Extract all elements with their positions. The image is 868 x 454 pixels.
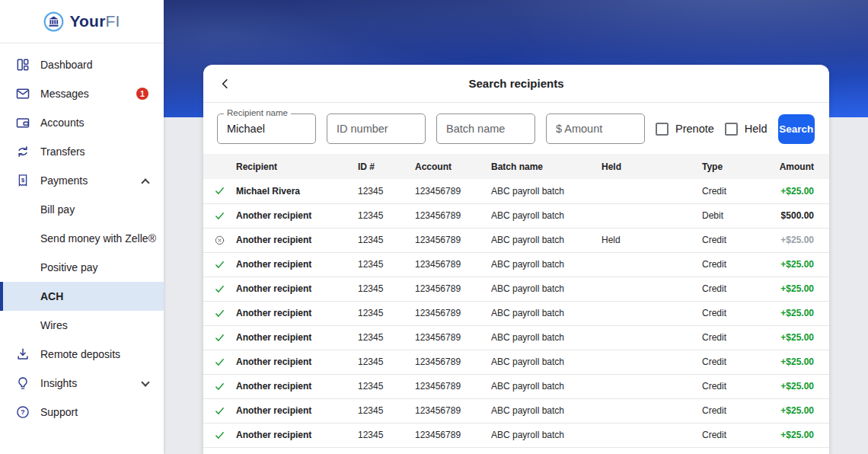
sidebar-item[interactable]: Remote deposits <box>0 340 164 369</box>
brand-name: YourFI <box>69 12 120 30</box>
mail-icon <box>15 86 30 101</box>
held-cell <box>602 423 702 447</box>
svg-text:?: ? <box>21 408 24 416</box>
table-row[interactable]: Another recipient 12345 123456789 ABC pa… <box>203 325 829 350</box>
held-checkbox[interactable] <box>725 123 738 136</box>
x-circle-icon <box>214 234 225 245</box>
table-row[interactable]: Another recipient 12345 123456789 ABC pa… <box>203 374 829 398</box>
table-body: Michael Rivera 12345 123456789 ABC payro… <box>203 179 829 447</box>
check-icon <box>214 380 225 391</box>
type-cell: Credit <box>702 252 748 277</box>
type-cell: Debit <box>702 203 748 228</box>
amount-cell: $500.00 <box>781 210 814 221</box>
sidebar-item[interactable]: Insights <box>0 369 164 398</box>
batch-cell: ABC payroll batch <box>491 325 602 350</box>
sidebar-item[interactable]: Positive pay <box>0 253 164 282</box>
recipient-cell: Another recipient <box>236 277 358 301</box>
amount-cell: +$25.00 <box>780 186 814 197</box>
amount-cell: +$25.00 <box>780 405 814 416</box>
sidebar-item[interactable]: Transfers <box>0 137 164 166</box>
amount-cell: +$25.00 <box>780 356 814 367</box>
id-cell: 12345 <box>358 228 415 252</box>
check-icon <box>214 429 225 440</box>
amount-cell: +$25.00 <box>780 332 814 343</box>
check-icon <box>214 283 225 293</box>
recipient-column-header: Recipient <box>236 154 358 179</box>
id-cell: 12345 <box>358 301 415 325</box>
recipients-table: Recipient ID # Account Batch name Held T… <box>203 154 829 448</box>
sidebar-item[interactable]: Dashboard <box>0 50 164 79</box>
batch-column-header: Batch name <box>491 154 602 179</box>
batch-cell: ABC payroll batch <box>491 179 602 203</box>
wallet-icon <box>15 115 30 130</box>
sidebar: YourFI Dashboard Messages 1 <box>0 0 164 454</box>
amount-column-header: Amount <box>748 154 829 179</box>
held-cell <box>602 350 702 374</box>
batch-cell: ABC payroll batch <box>491 423 602 447</box>
held-cell <box>602 301 702 325</box>
transfer-icon <box>15 144 30 159</box>
id-number-input[interactable] <box>327 114 426 144</box>
held-cell <box>602 374 702 398</box>
table-row[interactable]: Another recipient 12345 123456789 ABC pa… <box>203 252 829 277</box>
sidebar-item[interactable]: Bill pay <box>0 195 164 224</box>
sidebar-nav: Dashboard Messages 1 Accounts <box>0 43 164 427</box>
type-cell: Credit <box>702 277 748 301</box>
sidebar-item[interactable]: Send money with Zelle® <box>0 224 164 253</box>
type-cell: Credit <box>702 179 748 203</box>
held-column-header: Held <box>602 154 702 179</box>
sidebar-item[interactable]: ACH <box>0 282 164 311</box>
recipient-cell: Another recipient <box>236 203 358 228</box>
account-cell: 123456789 <box>415 423 491 447</box>
recipient-name-field-wrap: Recipient name <box>217 114 316 144</box>
recipient-cell: Another recipient <box>236 398 358 423</box>
batch-cell: ABC payroll batch <box>491 203 602 228</box>
sidebar-item[interactable]: ? Support <box>0 398 164 427</box>
batch-cell: ABC payroll batch <box>491 252 602 277</box>
amount-input[interactable] <box>546 114 645 144</box>
account-cell: 123456789 <box>415 179 491 203</box>
search-recipients-panel: Search recipients Recipient name Prenote <box>203 65 829 454</box>
table-header: Recipient ID # Account Batch name Held T… <box>203 154 829 179</box>
account-cell: 123456789 <box>415 301 491 325</box>
table-row[interactable]: Another recipient 12345 123456789 ABC pa… <box>203 301 829 325</box>
table-row[interactable]: Another recipient 12345 123456789 ABC pa… <box>203 423 829 447</box>
account-column-header: Account <box>415 154 491 179</box>
held-cell <box>602 252 702 277</box>
amount-cell: +$25.00 <box>780 430 814 440</box>
batch-cell: ABC payroll batch <box>491 277 602 301</box>
account-cell: 123456789 <box>415 277 491 301</box>
account-cell: 123456789 <box>415 398 491 423</box>
held-cell <box>602 179 702 203</box>
sidebar-item[interactable]: Accounts <box>0 108 164 137</box>
type-cell: Credit <box>702 228 748 252</box>
amount-cell: +$25.00 <box>780 308 814 318</box>
app-window: YourFI Dashboard Messages 1 <box>0 0 868 454</box>
table-row[interactable]: Another recipient 12345 123456789 ABC pa… <box>203 203 829 228</box>
amount-cell: +$25.00 <box>780 381 814 392</box>
id-cell: 12345 <box>358 423 415 447</box>
id-cell: 12345 <box>358 374 415 398</box>
sidebar-item[interactable]: $ Payments <box>0 166 164 195</box>
recipient-name-input[interactable] <box>217 114 316 144</box>
id-cell: 12345 <box>358 203 415 228</box>
recipient-name-label: Recipient name <box>224 108 291 118</box>
chevron-icon <box>141 378 149 386</box>
sidebar-item[interactable]: Wires <box>0 311 164 340</box>
sidebar-item[interactable]: Messages 1 <box>0 79 164 108</box>
type-cell: Credit <box>702 350 748 374</box>
prenote-checkbox[interactable] <box>656 123 669 136</box>
held-cell: Held <box>602 228 702 252</box>
table-row[interactable]: Another recipient 12345 123456789 ABC pa… <box>203 277 829 301</box>
panel-header: Search recipients <box>203 65 829 103</box>
id-cell: 12345 <box>358 252 415 277</box>
search-button[interactable]: Search <box>778 114 815 144</box>
batch-name-input[interactable] <box>436 114 535 144</box>
table-row[interactable]: Another recipient 12345 123456789 ABC pa… <box>203 398 829 423</box>
batch-name-field-wrap <box>436 114 535 144</box>
table-row[interactable]: Michael Rivera 12345 123456789 ABC payro… <box>203 179 829 203</box>
help-icon: ? <box>15 404 30 420</box>
table-row[interactable]: Another recipient 12345 123456789 ABC pa… <box>203 350 829 374</box>
recipient-cell: Another recipient <box>236 252 358 277</box>
table-row[interactable]: Another recipient 12345 123456789 ABC pa… <box>203 228 829 252</box>
